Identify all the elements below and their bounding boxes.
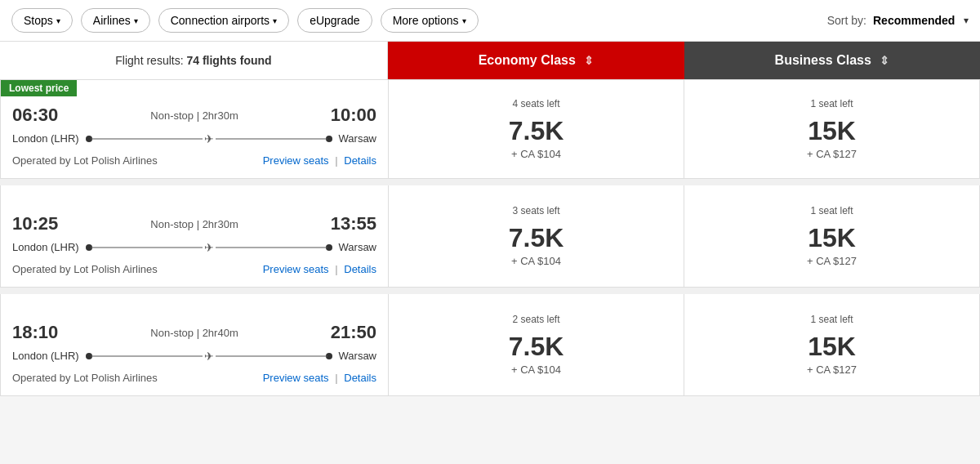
origin: London (LHR) bbox=[12, 350, 79, 362]
dot-end bbox=[326, 244, 332, 251]
dot-start bbox=[86, 244, 92, 251]
economy-arrows-icon: ⇕ bbox=[584, 54, 594, 67]
flight-operator: Operated by Lot Polish Airlines Preview … bbox=[1, 257, 388, 287]
business-cash: + CA $127 bbox=[807, 148, 857, 160]
economy-cash: + CA $104 bbox=[511, 148, 561, 160]
business-cash: + CA $127 bbox=[807, 364, 857, 376]
sort-select[interactable]: Recommended bbox=[873, 14, 969, 27]
economy-seats-left: 4 seats left bbox=[512, 98, 559, 109]
connection-airports-filter[interactable]: Connection airports ▾ bbox=[158, 8, 289, 33]
operator-name: Operated by Lot Polish Airlines bbox=[12, 154, 158, 167]
link-separator: | bbox=[335, 372, 337, 384]
stops-caret: ▾ bbox=[56, 16, 60, 25]
business-price-cell[interactable]: 1 seat left 15K + CA $127 bbox=[684, 294, 979, 395]
results-count: Flight results: 74 flights found bbox=[0, 42, 388, 79]
preview-seats-link[interactable]: Preview seats bbox=[263, 154, 329, 167]
route: London (LHR) ✈ Warsaw bbox=[1, 238, 388, 257]
connection-airports-caret: ▾ bbox=[273, 16, 277, 25]
arrive-time: 13:55 bbox=[331, 213, 376, 234]
airlines-caret: ▾ bbox=[134, 16, 138, 25]
business-points: 15K bbox=[808, 116, 856, 146]
business-arrows-icon: ⇕ bbox=[880, 54, 889, 67]
economy-price-cell[interactable]: 2 seats left 7.5K + CA $104 bbox=[389, 294, 684, 395]
economy-class-label: Economy Class bbox=[479, 53, 576, 68]
flight-divider bbox=[0, 288, 980, 294]
economy-cash: + CA $104 bbox=[511, 255, 561, 267]
connection-airports-label: Connection airports bbox=[171, 14, 270, 27]
business-class-tab[interactable]: Business Class ⇕ bbox=[684, 42, 981, 79]
flight-times: 10:25 Non-stop | 2hr30m 13:55 bbox=[1, 205, 388, 238]
dot-start bbox=[86, 353, 92, 359]
route: London (LHR) ✈ Warsaw bbox=[1, 346, 388, 365]
flight-card: 10:25 Non-stop | 2hr30m 13:55 London (LH… bbox=[0, 185, 980, 288]
details-link[interactable]: Details bbox=[344, 263, 376, 275]
details-link[interactable]: Details bbox=[344, 154, 376, 167]
eupgrade-label: eUpgrade bbox=[310, 14, 360, 27]
route: London (LHR) ✈ Warsaw bbox=[1, 129, 388, 148]
flight-list: Lowest price 06:30 Non-stop | 2hr30m 10:… bbox=[0, 80, 980, 396]
business-seats-left: 1 seat left bbox=[810, 314, 853, 325]
badge-spacer bbox=[1, 294, 388, 314]
economy-points: 7.5K bbox=[509, 223, 564, 253]
business-price-cell[interactable]: 1 seat left 15K + CA $127 bbox=[684, 185, 979, 287]
business-seats-left: 1 seat left bbox=[810, 98, 853, 109]
results-count-text: Flight results: 74 flights found bbox=[115, 54, 271, 67]
destination: Warsaw bbox=[339, 241, 376, 253]
sort-label: Sort by: bbox=[827, 14, 866, 27]
economy-points: 7.5K bbox=[509, 116, 564, 146]
airlines-filter[interactable]: Airlines ▾ bbox=[81, 8, 150, 33]
flight-times: 18:10 Non-stop | 2hr40m 21:50 bbox=[1, 314, 388, 346]
economy-seats-left: 2 seats left bbox=[512, 314, 559, 325]
destination: Warsaw bbox=[339, 350, 376, 362]
more-options-filter[interactable]: More options ▾ bbox=[381, 8, 479, 33]
business-seats-left: 1 seat left bbox=[810, 205, 853, 216]
stops-filter[interactable]: Stops ▾ bbox=[11, 8, 73, 33]
flight-links: Preview seats | Details bbox=[263, 154, 376, 167]
more-options-label: More options bbox=[393, 14, 459, 27]
economy-points: 7.5K bbox=[509, 332, 564, 362]
economy-cash: + CA $104 bbox=[511, 364, 561, 376]
lowest-price-badge: Lowest price bbox=[1, 80, 77, 96]
business-price-cell[interactable]: 1 seat left 15K + CA $127 bbox=[684, 80, 979, 178]
arrive-time: 21:50 bbox=[331, 322, 376, 343]
dot-end bbox=[326, 353, 332, 359]
dot-start bbox=[86, 136, 92, 142]
eupgrade-filter[interactable]: eUpgrade bbox=[297, 8, 372, 33]
operator-name: Operated by Lot Polish Airlines bbox=[12, 372, 158, 384]
details-link[interactable]: Details bbox=[344, 372, 376, 384]
flight-meta: Non-stop | 2hr30m bbox=[150, 109, 238, 122]
sort-area: Sort by: Recommended bbox=[827, 14, 969, 27]
destination: Warsaw bbox=[339, 132, 376, 145]
flight-links: Preview seats | Details bbox=[263, 372, 376, 384]
filter-bar: Stops ▾ Airlines ▾ Connection airports ▾… bbox=[0, 0, 980, 42]
origin: London (LHR) bbox=[12, 132, 79, 145]
business-points: 15K bbox=[808, 223, 856, 253]
business-cash: + CA $127 bbox=[807, 255, 857, 267]
flight-times: 06:30 Non-stop | 2hr30m 10:00 bbox=[1, 96, 388, 129]
origin: London (LHR) bbox=[12, 241, 79, 253]
flight-info: Lowest price 06:30 Non-stop | 2hr30m 10:… bbox=[1, 80, 389, 178]
flight-links: Preview seats | Details bbox=[263, 263, 376, 275]
route-line: ✈ bbox=[86, 351, 332, 361]
plane-icon: ✈ bbox=[203, 241, 216, 254]
flight-operator: Operated by Lot Polish Airlines Preview … bbox=[1, 148, 388, 178]
depart-time: 10:25 bbox=[12, 213, 58, 234]
link-separator: | bbox=[335, 263, 337, 275]
economy-price-cell[interactable]: 4 seats left 7.5K + CA $104 bbox=[389, 80, 684, 178]
plane-icon: ✈ bbox=[203, 132, 216, 145]
more-options-caret: ▾ bbox=[462, 16, 466, 25]
link-separator: | bbox=[335, 154, 337, 167]
route-line: ✈ bbox=[86, 134, 332, 144]
arrive-time: 10:00 bbox=[331, 105, 376, 126]
preview-seats-link[interactable]: Preview seats bbox=[263, 372, 329, 384]
stops-label: Stops bbox=[24, 14, 53, 27]
route-line: ✈ bbox=[86, 243, 332, 252]
economy-class-tab[interactable]: Economy Class ⇕ bbox=[388, 42, 684, 79]
economy-price-cell[interactable]: 3 seats left 7.5K + CA $104 bbox=[389, 185, 684, 287]
flight-divider bbox=[0, 179, 980, 185]
sort-wrapper: Recommended bbox=[873, 14, 969, 27]
preview-seats-link[interactable]: Preview seats bbox=[263, 263, 329, 275]
business-points: 15K bbox=[808, 332, 856, 362]
plane-icon: ✈ bbox=[203, 350, 216, 363]
flight-operator: Operated by Lot Polish Airlines Preview … bbox=[1, 365, 388, 395]
